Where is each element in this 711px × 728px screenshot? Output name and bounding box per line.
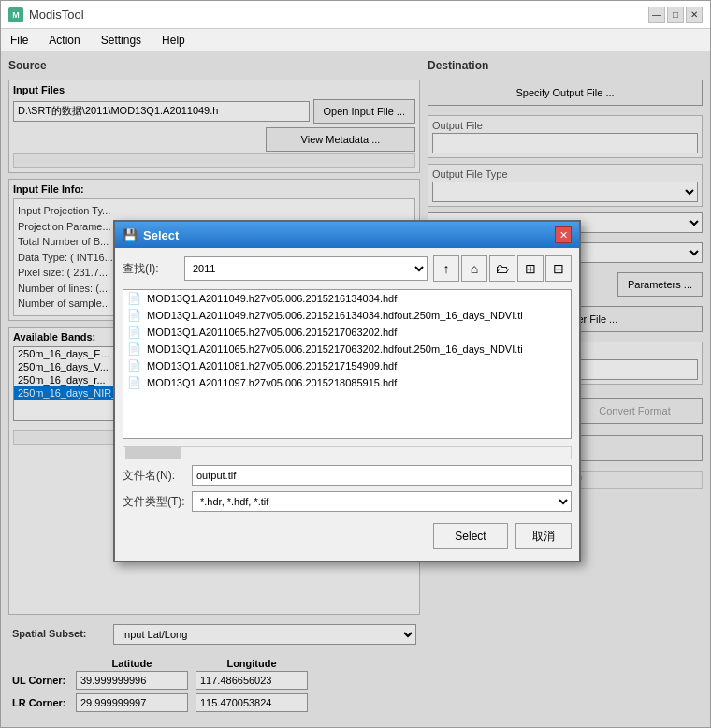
menu-help[interactable]: Help xyxy=(156,32,191,49)
close-button[interactable]: ✕ xyxy=(686,7,703,23)
title-left: M ModisTool xyxy=(8,7,84,22)
toolbar-view2-button[interactable]: ⊟ xyxy=(545,255,572,282)
file-icon-3: 📄 xyxy=(127,342,141,356)
look-in-dropdown[interactable]: 2011 xyxy=(184,256,428,281)
dialog-title-text: Select xyxy=(143,228,179,242)
dialog-footer: Select 取消 xyxy=(123,519,572,553)
file-name-2: MOD13Q1.A2011065.h27v05.006.201521706320… xyxy=(147,327,397,338)
file-icon-0: 📄 xyxy=(127,292,141,305)
file-icon-4: 📄 xyxy=(127,359,141,372)
title-controls: — □ ✕ xyxy=(648,7,703,23)
main-window: M ModisTool — □ ✕ File Action Settings H… xyxy=(0,0,711,728)
dialog-cancel-button[interactable]: 取消 xyxy=(515,523,572,549)
dialog-icon: 💾 xyxy=(123,228,138,242)
toolbar-home-button[interactable]: ⌂ xyxy=(461,255,487,282)
file-list-hscroll[interactable] xyxy=(123,446,572,459)
app-title: ModisTool xyxy=(29,7,84,22)
look-in-row: 查找(I): 2011 ↑ ⌂ 🗁 ⊞ ⊟ xyxy=(123,255,572,282)
file-name-0: MOD13Q1.A2011049.h27v05.006.201521613403… xyxy=(147,293,397,304)
file-icon-5: 📄 xyxy=(127,376,141,389)
filetype-label: 文件类型(T): xyxy=(123,494,188,510)
filetype-row: 文件类型(T): *.hdr, *.hdf, *.tif xyxy=(123,491,572,512)
toolbar-view1-button[interactable]: ⊞ xyxy=(517,255,544,282)
menu-bar: File Action Settings Help xyxy=(1,29,710,51)
menu-settings[interactable]: Settings xyxy=(95,32,147,49)
main-content: Source Input Files D:\SRT的数据\2011\MOD13Q… xyxy=(1,51,710,727)
file-list-box[interactable]: 📄 MOD13Q1.A2011049.h27v05.006.2015216134… xyxy=(123,289,572,439)
toolbar-newfolder-button[interactable]: 🗁 xyxy=(489,255,515,282)
menu-file[interactable]: File xyxy=(5,32,34,49)
file-name-5: MOD13Q1.A2011097.h27v05.006.201521808591… xyxy=(147,377,397,388)
file-item-3[interactable]: 📄 MOD13Q1.A2011065.h27v05.006.2015217063… xyxy=(123,341,571,357)
title-bar: M ModisTool — □ ✕ xyxy=(1,1,710,29)
filename-label: 文件名(N): xyxy=(123,468,188,484)
app-icon: M xyxy=(8,7,23,22)
file-icon-1: 📄 xyxy=(127,309,141,322)
dialog-toolbar: ↑ ⌂ 🗁 ⊞ ⊟ xyxy=(433,255,572,282)
dialog-body: 查找(I): 2011 ↑ ⌂ 🗁 ⊞ ⊟ xyxy=(115,248,579,561)
filetype-dropdown[interactable]: *.hdr, *.hdf, *.tif xyxy=(192,491,572,512)
select-dialog: 💾 Select ✕ 查找(I): 2011 ↑ ⌂ xyxy=(113,220,581,562)
dialog-title-left: 💾 Select xyxy=(123,228,179,242)
look-in-label: 查找(I): xyxy=(123,261,179,277)
file-item-4[interactable]: 📄 MOD13Q1.A2011081.h27v05.006.2015217154… xyxy=(123,357,571,374)
file-icon-2: 📄 xyxy=(127,326,141,339)
file-item-1[interactable]: 📄 MOD13Q1.A2011049.h27v05.006.2015216134… xyxy=(123,307,571,324)
filename-row: 文件名(N): xyxy=(123,465,572,486)
file-item-5[interactable]: 📄 MOD13Q1.A2011097.h27v05.006.2015218085… xyxy=(123,374,571,391)
file-name-1: MOD13Q1.A2011049.h27v05.006.201521613403… xyxy=(147,310,523,321)
modal-overlay: 💾 Select ✕ 查找(I): 2011 ↑ ⌂ xyxy=(1,51,710,727)
file-item-0[interactable]: 📄 MOD13Q1.A2011049.h27v05.006.2015216134… xyxy=(123,290,571,307)
file-item-2[interactable]: 📄 MOD13Q1.A2011065.h27v05.006.2015217063… xyxy=(123,324,571,341)
menu-action[interactable]: Action xyxy=(43,32,85,49)
minimize-button[interactable]: — xyxy=(648,7,665,23)
toolbar-up-button[interactable]: ↑ xyxy=(433,255,459,282)
dialog-title-bar: 💾 Select ✕ xyxy=(115,222,579,248)
dialog-close-button[interactable]: ✕ xyxy=(555,226,572,243)
restore-button[interactable]: □ xyxy=(667,7,684,23)
filename-input[interactable] xyxy=(192,465,572,486)
dialog-select-button[interactable]: Select xyxy=(433,523,508,549)
file-name-3: MOD13Q1.A2011065.h27v05.006.201521706320… xyxy=(147,343,523,355)
file-name-4: MOD13Q1.A2011081.h27v05.006.201521715490… xyxy=(147,360,397,371)
